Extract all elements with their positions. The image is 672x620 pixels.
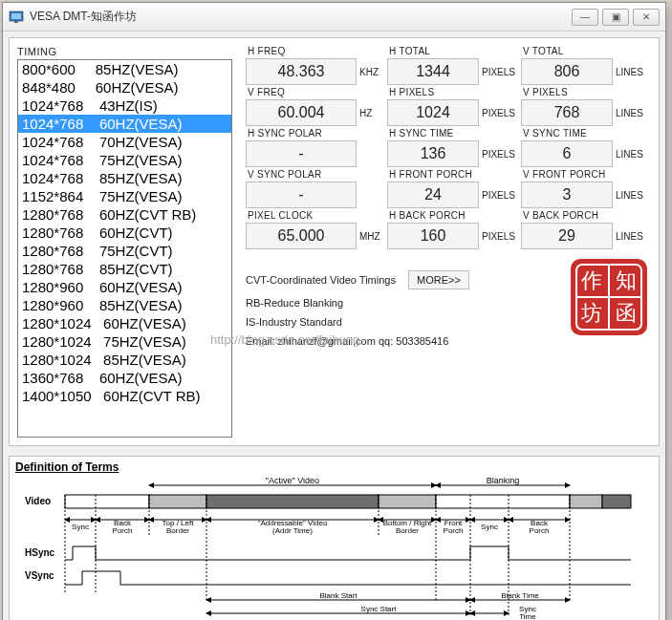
svg-text:"Active" Video: "Active" Video — [266, 478, 319, 485]
field-unit-vpixels: LINES — [613, 108, 651, 118]
timing-list-item[interactable]: 1280*768 85HZ(CVT) — [18, 260, 231, 278]
window-title: VESA DMT-知函作坊 — [30, 9, 572, 25]
timing-list-item[interactable]: 1280*960 60HZ(VESA) — [18, 278, 231, 296]
field-label-pixelclock: PIXEL CLOCK — [246, 210, 357, 221]
timing-list-item[interactable]: 1280*1024 75HZ(VESA) — [18, 332, 231, 351]
field-unit-vtotal: LINES — [613, 67, 651, 77]
field-label-vfreq: V FREQ — [246, 87, 357, 97]
field-value-htotal: 1344 — [387, 58, 479, 85]
svg-text:HSync: HSync — [25, 547, 55, 558]
svg-rect-1 — [11, 13, 21, 19]
timing-list-item[interactable]: 1024*768 75HZ(VESA) — [18, 151, 231, 169]
timing-label: TIMING — [17, 46, 232, 57]
field-unit-vbackporch: LINES — [613, 231, 651, 242]
field-unit-vfrontporch: LINES — [613, 190, 651, 201]
app-window: VESA DMT-知函作坊 — ▣ ✕ TIMING 800*600 85HZ(… — [2, 2, 666, 620]
minimize-button[interactable]: — — [572, 9, 598, 26]
field-unit-hbackporch: PIXELS — [479, 231, 521, 242]
field-unit-vsynctime: LINES — [613, 149, 651, 160]
svg-rect-14 — [206, 495, 379, 508]
close-button[interactable]: ✕ — [633, 9, 660, 26]
timing-list-item[interactable]: 1280*1024 60HZ(VESA) — [18, 314, 231, 332]
field-value-vpixels: 768 — [521, 99, 613, 126]
timing-list-item[interactable]: 1280*960 85HZ(VESA) — [18, 296, 231, 314]
svg-text:Video: Video — [25, 496, 51, 506]
field-value-vsynctime: 6 — [521, 140, 613, 167]
field-unit-pixelclock: MHZ — [357, 231, 387, 242]
svg-rect-2 — [14, 21, 18, 23]
field-value-vbackporch: 29 — [521, 223, 613, 249]
field-value-vfrontporch: 3 — [521, 182, 613, 208]
svg-text:Top / LeftBorder: Top / LeftBorder — [163, 519, 195, 535]
field-label-hpixels: H PIXELS — [387, 87, 479, 97]
svg-text:Blanking: Blanking — [487, 478, 520, 485]
field-value-pixelclock: 65.000 — [246, 223, 357, 249]
svg-text:作: 作 — [580, 268, 602, 292]
timing-list-item[interactable]: 848*480 60HZ(VESA) — [18, 78, 231, 96]
svg-text:"Addressable" Video(Addr Time): "Addressable" Video(Addr Time) — [258, 519, 328, 535]
timing-list-item[interactable]: 1280*1024 85HZ(VESA) — [18, 351, 231, 369]
svg-rect-17 — [570, 495, 602, 508]
main-panel: TIMING 800*600 85HZ(VESA)848*480 60HZ(VE… — [9, 37, 660, 446]
field-label-vsyncpolar: V SYNC POLAR — [246, 169, 357, 180]
maximize-button[interactable]: ▣ — [602, 9, 629, 26]
definition-title: Definition of Terms — [15, 460, 653, 474]
field-value-vsyncpolar: - — [246, 182, 357, 208]
field-label-hsyncpolar: H SYNC POLAR — [246, 128, 357, 139]
field-unit-hfrontporch: PIXELS — [479, 190, 521, 201]
definition-panel: Definition of Terms Video — [9, 456, 660, 620]
content-area: TIMING 800*600 85HZ(VESA)848*480 60HZ(VE… — [3, 32, 665, 620]
svg-text:坊: 坊 — [580, 301, 602, 325]
field-unit-vfreq: HZ — [357, 108, 387, 118]
field-unit-hpixels: PIXELS — [479, 108, 521, 118]
timing-list-item[interactable]: 1024*768 43HZ(IS) — [18, 96, 231, 115]
field-value-hpixels: 1024 — [387, 99, 479, 126]
svg-rect-16 — [436, 495, 570, 508]
fields-grid: H FREQH TOTALV TOTAL48.363KHZ1344PIXELS8… — [246, 46, 651, 249]
svg-text:Sync: Sync — [481, 523, 498, 531]
field-label-vsynctime: V SYNC TIME — [521, 128, 613, 139]
svg-rect-13 — [149, 495, 206, 508]
field-label-vbackporch: V BACK PORCH — [521, 210, 613, 221]
more-button[interactable]: MORE>> — [408, 270, 469, 289]
timing-list-item[interactable]: 1280*768 60HZ(CVT RB) — [18, 205, 231, 224]
field-unit-hfreq: KHZ — [357, 67, 387, 77]
svg-text:BackPorch: BackPorch — [113, 519, 133, 535]
svg-text:Sync: Sync — [72, 523, 89, 531]
timing-list[interactable]: 800*600 85HZ(VESA)848*480 60HZ(VESA)1024… — [17, 59, 232, 438]
field-value-hfrontporch: 24 — [387, 182, 479, 208]
timing-list-item[interactable]: 800*600 85HZ(VESA) — [18, 60, 231, 78]
timing-list-item[interactable]: 1360*768 60HZ(VESA) — [18, 369, 231, 387]
timing-list-item[interactable]: 1024*768 85HZ(VESA) — [18, 169, 231, 187]
field-value-vfreq: 60.004 — [246, 99, 357, 126]
field-label-hsynctime: H SYNC TIME — [387, 128, 479, 139]
svg-text:Sync Start: Sync Start — [361, 605, 398, 613]
field-label-hfrontporch: H FRONT PORCH — [387, 169, 479, 180]
field-value-hsyncpolar: - — [246, 140, 357, 167]
app-icon — [9, 10, 24, 25]
timing-list-item[interactable]: 1152*864 75HZ(VESA) — [18, 187, 231, 205]
field-unit-htotal: PIXELS — [479, 67, 521, 77]
timing-list-item[interactable]: 1024*768 60HZ(VESA) — [18, 115, 231, 133]
timing-diagram: Video "Active" Video Blanking Sync — [15, 478, 646, 620]
svg-text:Bottom / RightBorder: Bottom / RightBorder — [383, 519, 432, 535]
field-value-hfreq: 48.363 — [246, 58, 357, 85]
svg-rect-12 — [65, 495, 149, 508]
timing-list-item[interactable]: 1280*768 75HZ(CVT) — [18, 242, 231, 260]
field-unit-hsynctime: PIXELS — [479, 149, 521, 160]
svg-text:VSync: VSync — [25, 570, 54, 581]
timing-list-item[interactable]: 1280*768 60HZ(CVT) — [18, 224, 231, 242]
field-label-htotal: H TOTAL — [387, 46, 479, 56]
field-label-hfreq: H FREQ — [246, 46, 357, 56]
info-block: CVT-Coordinated Video Timings MORE>> RB-… — [246, 263, 651, 354]
svg-text:FrontPorch: FrontPorch — [444, 519, 464, 535]
field-value-vtotal: 806 — [521, 58, 613, 85]
field-label-hbackporch: H BACK PORCH — [387, 210, 479, 221]
timing-list-item[interactable]: 1400*1050 60HZ(CVT RB) — [18, 387, 231, 405]
titlebar[interactable]: VESA DMT-知函作坊 — ▣ ✕ — [3, 3, 665, 32]
svg-text:Blank Start: Blank Start — [319, 591, 358, 600]
field-value-hbackporch: 160 — [387, 223, 479, 249]
field-label-vpixels: V PIXELS — [521, 87, 613, 97]
svg-text:SyncTime: SyncTime — [519, 605, 536, 620]
timing-list-item[interactable]: 1024*768 70HZ(VESA) — [18, 133, 231, 151]
